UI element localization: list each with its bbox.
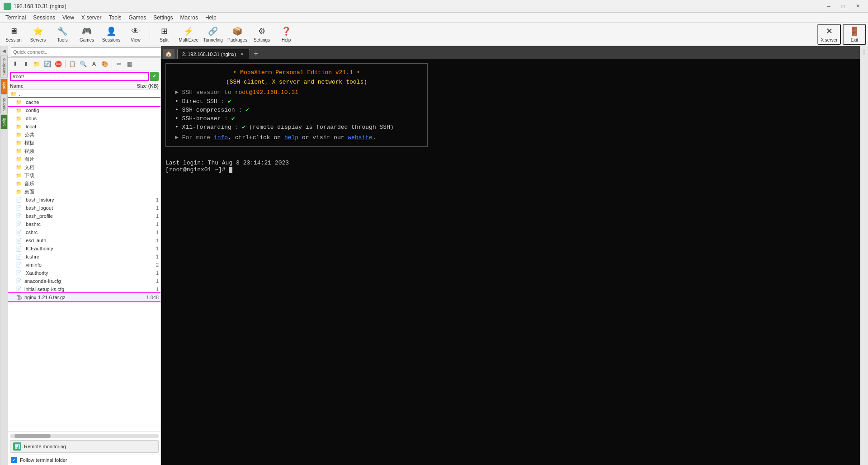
scrollbar-horizontal[interactable] [10, 434, 159, 438]
minimize-button[interactable]: ─ [822, 1, 835, 11]
file-name-xauthority: .Xauthority [24, 270, 127, 276]
file-item-xauthority[interactable]: 📄 .Xauthority 1 [8, 269, 160, 277]
fp-download-btn[interactable]: ⬇ [10, 59, 20, 69]
file-icon-nginx-archive: 🗜 [15, 294, 23, 301]
toolbar-xserver[interactable]: ✕ X server [817, 24, 841, 45]
menu-tools[interactable]: Tools [105, 13, 125, 23]
file-item-local[interactable]: 📁 .local [8, 122, 160, 131]
file-item-iceauthority[interactable]: 📄 .ICEauthority 1 [8, 244, 160, 253]
view-label: View [131, 38, 141, 42]
file-item-cache[interactable]: 📁 .cache [8, 98, 160, 106]
servers-label: Servers [30, 38, 46, 42]
menu-help[interactable]: Help [202, 13, 220, 23]
fp-edit-btn[interactable]: ✏ [114, 59, 124, 69]
menu-macros[interactable]: Macros [177, 13, 202, 23]
toolbar-servers[interactable]: ⭐ Servers [26, 24, 50, 45]
file-size-bash-profile: 1 [127, 213, 159, 219]
file-item-videos[interactable]: 📁 视频 [8, 147, 160, 155]
exit-icon: 🚪 [849, 26, 860, 37]
file-icon-tcshrc: 📄 [15, 254, 23, 260]
file-item-initial-setup[interactable]: 📄 initial-setup-ks.cfg 1 [8, 285, 160, 293]
file-item-viminfo[interactable]: 📄 .viminfo 2 [8, 261, 160, 269]
xserver-icon: ✕ [824, 26, 835, 37]
fp-new-folder-btn[interactable]: 📁 [32, 59, 42, 69]
toolbar-exit[interactable]: 🚪 Exit [843, 24, 866, 45]
file-item-bashrc[interactable]: 📄 .bashrc 1 [8, 220, 160, 228]
file-item-tcshrc[interactable]: 📄 .tcshrc 1 [8, 253, 160, 261]
file-item-docs[interactable]: 📁 文档 [8, 163, 160, 171]
file-item-templates[interactable]: 📁 模板 [8, 139, 160, 147]
fp-upload-btn[interactable]: ⬆ [21, 59, 31, 69]
file-size-cshrc: 1 [127, 230, 159, 235]
file-name-config: .config [24, 108, 127, 113]
tab-nginx[interactable]: 2. 192.168.10.31 (nginx) ✕ [177, 49, 250, 59]
folder-icon-videos: 📁 [15, 148, 23, 154]
tab-new-btn[interactable]: + [251, 49, 261, 59]
fp-search-btn[interactable]: 🔍 [78, 59, 88, 69]
menu-view[interactable]: View [59, 13, 78, 23]
toolbar-tools[interactable]: 🔧 Tools [51, 24, 74, 45]
file-item-music[interactable]: 📁 音乐 [8, 179, 160, 188]
file-item-public[interactable]: 📁 公共 [8, 131, 160, 139]
fp-copy-btn[interactable]: 📋 [67, 59, 77, 69]
maximize-button[interactable]: □ [836, 1, 850, 11]
toolbar-split[interactable]: ⊞ Split [152, 24, 176, 45]
toolbar-view[interactable]: 👁 View [124, 24, 147, 45]
prompt-text: [root@nginx01 ~]# [165, 166, 226, 173]
file-item-nginx-archive[interactable]: 🗜 nginx-1.21.6.tar.gz 1 048 [8, 293, 160, 301]
side-arrow[interactable]: ◀ [1, 47, 7, 55]
fp-stop-btn[interactable]: ⛔ [53, 59, 63, 69]
side-sessions-btn[interactable]: Sessions [0, 55, 8, 78]
remote-monitor-btn[interactable]: 📊 Remote monitoring [10, 440, 159, 453]
file-item-bash-profile[interactable]: 📄 .bash_profile 1 [8, 212, 160, 220]
fp-bold-btn[interactable]: A [89, 59, 99, 69]
toolbar-help[interactable]: ❓ Help [274, 24, 298, 45]
side-macros-btn[interactable]: Macros [0, 95, 8, 115]
toolbar-packages[interactable]: 📦 Packages [226, 24, 249, 45]
fp-view-btn[interactable]: ▦ [125, 59, 135, 69]
path-input[interactable] [10, 72, 149, 81]
fp-refresh-btn[interactable]: 🔄 [42, 59, 52, 69]
file-item-desktop[interactable]: 📁 桌面 [8, 188, 160, 196]
close-button[interactable]: ✕ [851, 1, 864, 11]
file-name-bashrc: .bashrc [24, 221, 127, 227]
toolbar-settings[interactable]: ⚙ Settings [250, 24, 274, 45]
toolbar-tunneling[interactable]: 🔗 Tunneling [201, 24, 225, 45]
quick-connect-bar [8, 46, 169, 58]
file-item-esd-auth[interactable]: 📄 .esd_auth 1 [8, 236, 160, 244]
file-item-dotdot[interactable]: 📁 .. [8, 90, 160, 98]
file-name-cache: .cache [24, 99, 127, 105]
toolbar-session[interactable]: 🖥 Session [2, 24, 25, 45]
path-ok-btn[interactable]: ✔ [150, 72, 159, 81]
menu-bar: Terminal Sessions View X server Tools Ga… [0, 13, 868, 23]
file-item-bash-history[interactable]: 📄 .bash_history 1 [8, 196, 160, 204]
file-item-cshrc[interactable]: 📄 .cshrc 1 [8, 228, 160, 236]
file-item-dbus[interactable]: 📁 .dbus [8, 114, 160, 122]
side-tools-btn[interactable]: Tools [0, 79, 8, 94]
toolbar-sessions[interactable]: 👤 Sessions [99, 24, 123, 45]
fp-color-btn[interactable]: 🎨 [100, 59, 110, 69]
file-name-dotdot: .. [19, 91, 127, 97]
file-item-downloads[interactable]: 📁 下载 [8, 171, 160, 179]
terminal-content[interactable]: • MobaXterm Personal Edition v21.1 • (SS… [161, 59, 860, 465]
menu-settings[interactable]: Settings [150, 13, 176, 23]
menu-games[interactable]: Games [125, 13, 150, 23]
file-item-config[interactable]: 📁 .config [8, 106, 160, 114]
file-name-dbus: .dbus [24, 116, 127, 121]
menu-sessions[interactable]: Sessions [29, 13, 59, 23]
tab-close-btn[interactable]: ✕ [239, 51, 245, 57]
file-item-bash-logout[interactable]: 📄 .bash_logout 1 [8, 204, 160, 212]
file-item-pictures[interactable]: 📁 图片 [8, 155, 160, 163]
file-tree[interactable]: 📁 .. 📁 .cache 📁 .config 📁 .dbus � [8, 90, 160, 432]
toolbar-multiexec[interactable]: ⚡ MultiExec [177, 24, 200, 45]
follow-terminal-checkbox[interactable]: ✔ [11, 457, 17, 463]
file-item-anaconda[interactable]: 📄 anaconda-ks.cfg 1 [8, 277, 160, 285]
menu-terminal[interactable]: Terminal [2, 13, 29, 23]
toolbar-games[interactable]: 🎮 Games [75, 24, 99, 45]
tab-home-btn[interactable]: 🏠 [163, 49, 175, 59]
side-snip-btn[interactable]: Snip [0, 115, 8, 129]
packages-icon: 📦 [232, 26, 243, 37]
menu-xserver[interactable]: X server [78, 13, 105, 23]
file-size-bashrc: 1 [127, 221, 159, 227]
quick-connect-input[interactable] [11, 47, 165, 56]
